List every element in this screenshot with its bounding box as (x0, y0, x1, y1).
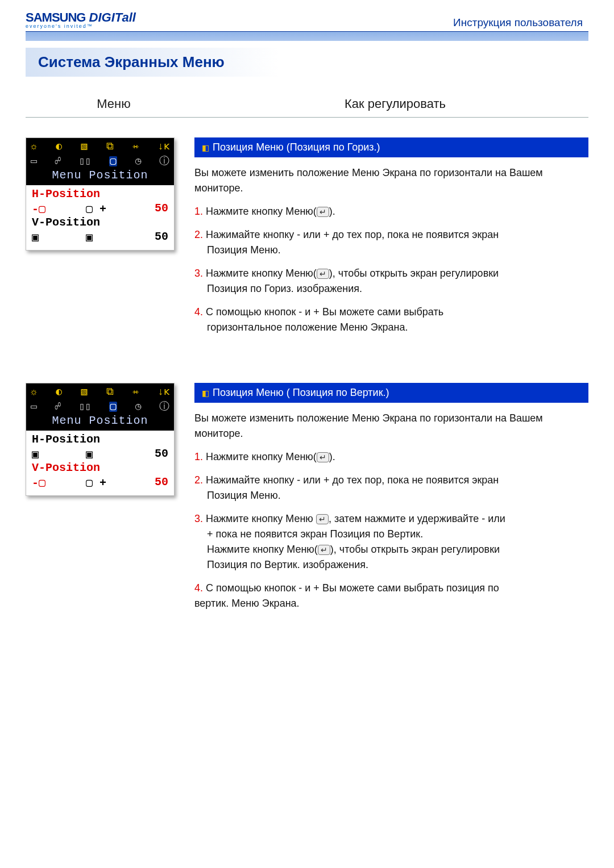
inst-intro-h: Вы можете изменить положение Меню Экрана… (194, 165, 588, 196)
enter-icon: ↵ (317, 452, 329, 462)
osd-vpos-line: ▣ ▣ 50 (32, 230, 168, 244)
clock-icon: ◷ (135, 402, 142, 412)
info-icon: ⓘ (159, 156, 169, 166)
inst-body-h: Вы можете изменить положение Меню Экрана… (194, 165, 588, 335)
contrast-icon: ◐ (56, 141, 62, 152)
osd-vpos-label-v: V-Position (32, 461, 168, 474)
enter-icon: ↵ (318, 545, 330, 555)
bars-icon: ▯▯ (78, 156, 91, 166)
doc-type-label: Инструкция пользователя (453, 16, 583, 29)
link-icon: ☍ (55, 156, 61, 166)
inst-title-h: Позиция Меню (Позиция по Гориз.) (213, 141, 380, 153)
sun-icon: ☼ (31, 387, 37, 397)
enter-icon: ↵ (316, 514, 329, 524)
osd-icon-row2-v: ▭ ☍ ▯▯ ▢ ◷ ⓘ (26, 398, 174, 413)
h-left-icon: -▢ (32, 202, 72, 216)
enter-icon: ↵ (317, 269, 329, 279)
section-title: Система Экранных Меню (26, 48, 588, 77)
window-icon: ⧉ (106, 387, 114, 397)
rect-icon: ▭ (31, 156, 37, 166)
enter-icon: ↵ (317, 207, 329, 217)
v-down-icon: -▢ (32, 475, 72, 490)
back-icon: ▧ (81, 141, 87, 152)
osd-hpos-label: H-Position (32, 187, 168, 201)
sun-icon: ☼ (31, 141, 37, 152)
osd-screenshot-h: ☼ ◐ ▧ ⧉ ⇿ ↓ᴋ ▭ ☍ ▯▯ ▢ ◷ ⓘ Menu Position … (26, 137, 175, 251)
back-icon: ▧ (81, 387, 87, 397)
col-header-howto: Как регулировать (202, 97, 588, 117)
link-icon: ☍ (55, 402, 61, 412)
v-down-icon: ▣ (32, 230, 72, 244)
bars-icon: ▯▯ (78, 402, 91, 412)
osd-vpos-value: 50 (140, 230, 168, 244)
v-up-icon: ▣ (86, 230, 126, 244)
rect-icon: ▭ (31, 402, 37, 412)
inst-intro-v: Вы можете изменить положение Меню Экрана… (194, 411, 588, 441)
stretch-icon: ⇿ (132, 387, 139, 397)
inst-header-h: ◧Позиция Меню (Позиция по Гориз.) (194, 137, 588, 157)
bullet-icon: ◧ (202, 143, 209, 152)
selected-icon: ▢ (109, 402, 118, 412)
inst-step2-h: 2. Нажимайте кнопку - или + до тех пор, … (194, 227, 588, 258)
osd-title-h: Menu Position (26, 168, 174, 185)
h-right-icon: ▣ (86, 447, 126, 461)
bullet-icon: ◧ (202, 389, 209, 398)
brand-logo: SAMSUNG DIGITall everyone's invited™ (26, 11, 136, 29)
osd-hpos-line-v: ▣ ▣ 50 (32, 447, 168, 461)
inst-step1-v: 1. Нажмите кнопку Меню(↵). (194, 449, 588, 465)
inst-body-v: Вы можете изменить положение Меню Экрана… (194, 411, 588, 611)
osd-vpos-value-v: 50 (140, 475, 168, 490)
brand-name-2: DIGITall (85, 10, 135, 24)
inst-step2-v: 2. Нажимайте кнопку - или + до тех пор, … (194, 473, 588, 503)
h-right-icon: ▢ + (86, 202, 126, 216)
osd-vpos-label: V-Position (32, 216, 168, 229)
osd-hpos-value-v: 50 (140, 447, 168, 461)
osd-icon-row1: ☼ ◐ ▧ ⧉ ⇿ ↓ᴋ (26, 138, 174, 153)
header-divider-bar (26, 31, 588, 41)
inst-title-v: Позиция Меню ( Позиция по Вертик.) (213, 387, 389, 398)
instructions-h: ◧Позиция Меню (Позиция по Гориз.) Вы мож… (194, 137, 588, 343)
inst-step4-h: 4. С помощью кнопок - и + Вы можете сами… (194, 304, 588, 335)
section-title-wrap: Система Экранных Меню (26, 48, 588, 77)
inst-step4-v: 4. С помощью кнопок - и + Вы можете сами… (194, 581, 588, 611)
v-up-icon: ▢ + (86, 475, 126, 490)
osd-hpos-label-v: H-Position (32, 433, 168, 446)
col-header-menu: Меню (26, 97, 202, 117)
osd-icon-row1-v: ☼ ◐ ▧ ⧉ ⇿ ↓ᴋ (26, 383, 174, 398)
osd-vpos-line-v: -▢ ▢ + 50 (32, 475, 168, 490)
osd-hpos-line: -▢ ▢ + 50 (32, 202, 168, 216)
content-block-hposition: ☼ ◐ ▧ ⧉ ⇿ ↓ᴋ ▭ ☍ ▯▯ ▢ ◷ ⓘ Menu Position … (26, 137, 588, 343)
inst-header-v: ◧Позиция Меню ( Позиция по Вертик.) (194, 383, 588, 403)
osd-screenshot-v: ☼ ◐ ▧ ⧉ ⇿ ↓ᴋ ▭ ☍ ▯▯ ▢ ◷ ⓘ Menu Position … (26, 383, 175, 496)
clock-icon: ◷ (135, 156, 142, 166)
contrast-icon: ◐ (56, 387, 62, 397)
info-icon: ⓘ (159, 402, 169, 412)
brand-slogan: everyone's invited™ (26, 24, 136, 29)
section-title-text: Система Экранных Меню (38, 53, 225, 70)
osd-icon-row2: ▭ ☍ ▯▯ ▢ ◷ ⓘ (26, 153, 174, 168)
column-headers: Меню Как регулировать (26, 97, 588, 118)
content-block-vposition: ☼ ◐ ▧ ⧉ ⇿ ↓ᴋ ▭ ☍ ▯▯ ▢ ◷ ⓘ Menu Position … (26, 383, 588, 619)
kelvin-icon: ↓ᴋ (157, 387, 169, 397)
h-left-icon: ▣ (32, 447, 72, 461)
instructions-v: ◧Позиция Меню ( Позиция по Вертик.) Вы м… (194, 383, 588, 619)
doc-header: SAMSUNG DIGITall everyone's invited™ Инс… (26, 11, 588, 29)
selected-icon: ▢ (109, 156, 118, 166)
brand-name-1: SAMSUNG (26, 10, 85, 24)
stretch-icon: ⇿ (132, 141, 139, 152)
inst-step3-h: 3. Нажмите кнопку Меню(↵), чтобы открыть… (194, 266, 588, 297)
window-icon: ⧉ (106, 141, 114, 152)
osd-title-v: Menu Position (26, 413, 174, 431)
kelvin-icon: ↓ᴋ (157, 141, 169, 152)
osd-body-v: H-Position ▣ ▣ 50 V-Position -▢ ▢ + 50 (26, 431, 174, 495)
inst-step1-h: 1. Нажмите кнопку Меню(↵). (194, 204, 588, 219)
osd-body-h: H-Position -▢ ▢ + 50 V-Position ▣ ▣ 50 (26, 185, 174, 250)
inst-step3-v: 3. Нажмите кнопку Меню ↵, затем нажмите … (194, 511, 588, 573)
osd-hpos-value: 50 (140, 202, 168, 216)
